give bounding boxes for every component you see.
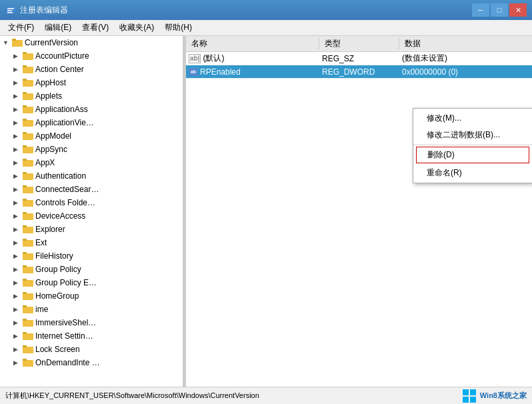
tree-item-authentication[interactable]: ▶ Authentication — [0, 169, 183, 183]
tree-item-appmodel[interactable]: ▶ AppModel — [0, 129, 183, 143]
ctx-modify-binary[interactable]: 修改二进制数据(B)... — [413, 127, 532, 143]
arrow-icon: ▶ — [13, 79, 23, 86]
svg-rect-22 — [23, 145, 27, 147]
tree-item-connectedsear[interactable]: ▶ ConnectedSear… — [0, 183, 183, 196]
reg-name-label: (默认) — [203, 53, 224, 64]
menu-edit[interactable]: 编辑(E) — [39, 21, 77, 35]
tree-scroll[interactable]: ▼ CurrentVersion ▶ AccountPicture ▶ — [0, 36, 183, 387]
menu-help[interactable]: 帮助(H) — [159, 21, 197, 35]
arrow-icon: ▶ — [13, 133, 23, 139]
ctx-modify[interactable]: 修改(M)... — [413, 110, 532, 127]
svg-rect-1 — [7, 8, 14, 9]
tree-item-lockscreen[interactable]: ▶ Lock Screen — [0, 343, 183, 356]
maximize-button[interactable]: □ — [491, 3, 508, 17]
folder-icon — [12, 38, 23, 47]
svg-rect-48 — [23, 319, 27, 321]
tree-item-accountpicture[interactable]: ▶ AccountPicture — [0, 49, 183, 63]
minimize-button[interactable]: ─ — [472, 3, 489, 17]
menu-file[interactable]: 文件(F) — [3, 21, 39, 35]
tree-item-grouppolicy[interactable]: ▶ Group Policy — [0, 263, 183, 276]
folder-icon — [23, 345, 33, 354]
svg-rect-43 — [23, 293, 33, 300]
ctx-rename[interactable]: 重命名(R) — [413, 165, 532, 181]
folder-icon — [23, 331, 33, 341]
folder-icon — [23, 225, 33, 234]
svg-rect-26 — [23, 172, 27, 174]
tree-item-explorer[interactable]: ▶ Explorer — [0, 223, 183, 236]
folder-icon — [23, 291, 33, 301]
menu-view[interactable]: 查看(V) — [77, 21, 114, 35]
tree-item-homegroup[interactable]: ▶ HomeGroup — [0, 289, 183, 303]
tree-item-immersiveshel[interactable]: ▶ ImmersiveShel… — [0, 316, 183, 329]
svg-rect-11 — [23, 80, 33, 87]
tree-item-ondemandinte[interactable]: ▶ OnDemandInte … — [0, 356, 183, 369]
tree-item-controlsfolder[interactable]: ▶ Controls Folde… — [0, 196, 183, 209]
tree-label: Group Policy E… — [35, 278, 97, 287]
svg-rect-28 — [23, 185, 27, 187]
tree-item-ext[interactable]: ▶ Ext — [0, 236, 183, 249]
reg-dword-icon: ab — [189, 68, 198, 76]
tree-item-applicationview[interactable]: ▶ ApplicationVie… — [0, 116, 183, 129]
svg-rect-31 — [23, 213, 33, 220]
tree-panel: ▼ CurrentVersion ▶ AccountPicture ▶ — [0, 36, 183, 387]
tree-label: HomeGroup — [35, 291, 79, 301]
tree-item-appx[interactable]: ▶ AppX — [0, 156, 183, 169]
arrow-icon: ▶ — [13, 119, 23, 126]
svg-rect-16 — [23, 105, 27, 107]
svg-rect-29 — [23, 200, 33, 207]
arrow-icon: ▶ — [13, 293, 23, 299]
arrow-icon: ▼ — [3, 39, 12, 46]
tree-item-internetsetting[interactable]: ▶ Internet Settin… — [0, 329, 183, 343]
tree-item-applicationass[interactable]: ▶ ApplicationAss — [0, 103, 183, 116]
arrow-icon: ▶ — [13, 93, 23, 99]
arrow-icon: ▶ — [13, 266, 23, 273]
close-button[interactable]: ✕ — [509, 3, 527, 17]
tree-label: ApplicationAss — [35, 105, 88, 114]
svg-rect-8 — [23, 52, 27, 54]
tree-label: DeviceAccess — [35, 211, 85, 221]
svg-rect-58 — [470, 397, 476, 403]
tree-item-deviceaccess[interactable]: ▶ DeviceAccess — [0, 209, 183, 223]
tree-label: ApplicationVie… — [35, 118, 94, 127]
tree-label: Explorer — [35, 225, 65, 234]
svg-rect-46 — [23, 305, 27, 307]
tree-label: CurrentVersion — [25, 38, 78, 47]
tree-item-filehistory[interactable]: ▶ FileHistory — [0, 249, 183, 263]
tree-item-apphost[interactable]: ▶ AppHost — [0, 76, 183, 89]
tree-item-appsync[interactable]: ▶ AppSync — [0, 143, 183, 156]
table-row[interactable]: ab| (默认) REG_SZ (数值未设置) — [186, 52, 532, 65]
status-logo: Win8系统之家 — [463, 389, 527, 403]
tree-label: AppHost — [35, 78, 66, 87]
tree-item-currentversion[interactable]: ▼ CurrentVersion — [0, 36, 183, 49]
tree-item-actioncenter[interactable]: ▶ Action Center — [0, 63, 183, 76]
tree-item-applets[interactable]: ▶ Applets — [0, 89, 183, 103]
ctx-delete[interactable]: 删除(D) — [416, 147, 529, 163]
table-row-rpenabled[interactable]: ab RPEnabled REG_DWORD 0x00000000 (0) — [186, 65, 532, 79]
svg-rect-25 — [23, 173, 33, 180]
status-logo-text: Win8系统之家 — [480, 391, 527, 401]
table-body: ab| (默认) REG_SZ (数值未设置) ab RPEnabled REG… — [186, 52, 532, 387]
svg-rect-49 — [23, 333, 33, 340]
tree-item-grouppolicye[interactable]: ▶ Group Policy E… — [0, 276, 183, 289]
svg-rect-54 — [23, 359, 27, 361]
dword-icon-label: ab — [191, 69, 196, 74]
title-bar-controls: ─ □ ✕ — [472, 3, 527, 17]
folder-icon — [23, 105, 33, 114]
cell-data: 0x00000000 (0) — [399, 67, 532, 77]
title-bar-left: 注册表编辑器 — [5, 5, 68, 16]
arrow-icon: ▶ — [13, 359, 23, 366]
folder-icon — [23, 251, 33, 261]
svg-rect-38 — [23, 252, 27, 254]
folder-icon — [23, 358, 33, 367]
cell-name: ab RPEnabled — [186, 67, 319, 77]
arrow-icon: ▶ — [13, 213, 23, 219]
arrow-icon: ▶ — [13, 319, 23, 326]
tree-label: AppSync — [35, 145, 67, 154]
tree-item-ime[interactable]: ▶ ime — [0, 303, 183, 316]
folder-icon — [23, 305, 33, 314]
arrow-icon: ▶ — [13, 186, 23, 193]
svg-rect-18 — [23, 119, 27, 121]
svg-rect-6 — [12, 39, 16, 41]
tree-label: ime — [35, 305, 48, 314]
menu-favorites[interactable]: 收藏夹(A) — [114, 21, 159, 35]
